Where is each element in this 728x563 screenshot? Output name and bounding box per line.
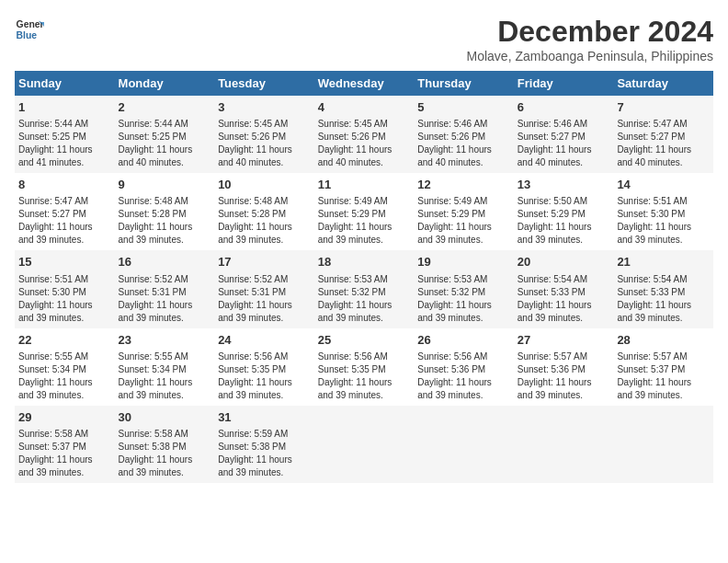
page-subtitle: Molave, Zamboanga Peninsula, Philippines [467,49,714,63]
calendar-day-cell: 4Sunrise: 5:45 AMSunset: 5:26 PMDaylight… [314,96,415,173]
day-info-line: and 39 minutes. [318,312,411,325]
day-info-line: Daylight: 11 hours [18,221,111,234]
day-info-line: and 39 minutes. [18,234,111,247]
day-info-line: Sunset: 5:29 PM [518,208,610,221]
day-info-line: and 40 minutes. [518,156,610,169]
day-info-line: and 39 minutes. [617,312,710,325]
calendar-week-row: 1Sunrise: 5:44 AMSunset: 5:25 PMDaylight… [15,96,713,173]
day-info-line: Sunset: 5:33 PM [617,286,710,299]
day-info-line: Sunset: 5:34 PM [119,363,211,376]
day-info-line: Sunrise: 5:46 AM [417,118,510,131]
day-info-line: Daylight: 11 hours [318,144,411,156]
day-number: 18 [318,254,411,270]
day-info-line: Sunrise: 5:47 AM [18,195,111,208]
calendar-day-cell: 30Sunrise: 5:58 AMSunset: 5:38 PMDayligh… [115,406,215,483]
calendar-day-cell: 29Sunrise: 5:58 AMSunset: 5:37 PMDayligh… [15,406,115,483]
day-info-line: and 39 minutes. [617,234,710,247]
calendar-day-cell: 17Sunrise: 5:52 AMSunset: 5:31 PMDayligh… [214,250,314,327]
day-info-line: Daylight: 11 hours [417,376,510,389]
day-info-line: Sunset: 5:26 PM [417,131,510,144]
calendar-day-cell: 27Sunrise: 5:57 AMSunset: 5:36 PMDayligh… [514,328,614,406]
day-info-line: and 39 minutes. [417,312,510,325]
day-info-line: and 39 minutes. [518,312,610,325]
calendar-day-cell [613,406,713,483]
day-info-line: and 39 minutes. [617,389,710,402]
day-info-line: Sunset: 5:25 PM [119,131,211,144]
day-info-line: and 39 minutes. [218,389,311,402]
day-number: 9 [119,177,211,193]
day-info-line: Sunrise: 5:48 AM [119,195,211,208]
calendar-day-cell: 1Sunrise: 5:44 AMSunset: 5:25 PMDaylight… [15,96,115,173]
calendar-day-cell: 25Sunrise: 5:56 AMSunset: 5:35 PMDayligh… [314,328,415,406]
day-info-line: Sunrise: 5:55 AM [18,350,111,363]
day-info-line: and 39 minutes. [18,389,111,402]
day-info-line: Sunset: 5:38 PM [218,441,311,454]
day-info-line: Daylight: 11 hours [617,299,710,312]
day-info-line: Daylight: 11 hours [218,221,311,234]
page-title: December 2024 [467,15,714,49]
day-info-line: Daylight: 11 hours [119,454,211,466]
weekday-header-cell: Tuesday [214,71,314,96]
day-info-line: Sunrise: 5:57 AM [617,350,710,363]
day-info-line: Daylight: 11 hours [119,376,211,389]
day-info-line: Sunrise: 5:56 AM [318,350,411,363]
weekday-header-cell: Thursday [414,71,514,96]
day-info-line: Daylight: 11 hours [417,221,510,234]
day-info-line: Sunrise: 5:59 AM [218,428,311,441]
day-info-line: Daylight: 11 hours [18,454,111,466]
calendar-day-cell: 14Sunrise: 5:51 AMSunset: 5:30 PMDayligh… [613,173,713,250]
day-info-line: Daylight: 11 hours [18,144,111,156]
header: General Blue December 2024 Molave, Zambo… [15,15,713,63]
day-number: 20 [518,254,610,270]
day-number: 16 [119,254,211,270]
day-info-line: Sunset: 5:28 PM [218,208,311,221]
day-info-line: Sunset: 5:37 PM [18,441,111,454]
day-info-line: Sunset: 5:27 PM [18,208,111,221]
day-info-line: Daylight: 11 hours [417,144,510,156]
day-info-line: Sunset: 5:26 PM [318,131,411,144]
day-number: 14 [617,177,710,193]
day-info-line: and 41 minutes. [18,156,111,169]
day-info-line: and 39 minutes. [417,234,510,247]
calendar-day-cell: 28Sunrise: 5:57 AMSunset: 5:37 PMDayligh… [613,328,713,406]
weekday-header-cell: Sunday [15,71,115,96]
day-number: 2 [119,99,211,116]
day-info-line: Sunrise: 5:46 AM [518,118,610,131]
day-info-line: and 39 minutes. [119,466,211,479]
day-info-line: and 39 minutes. [119,389,211,402]
day-info-line: Sunset: 5:36 PM [417,363,510,376]
day-info-line: Sunset: 5:38 PM [119,441,211,454]
day-info-line: Sunrise: 5:49 AM [318,195,411,208]
calendar-day-cell [414,406,514,483]
calendar-day-cell: 13Sunrise: 5:50 AMSunset: 5:29 PMDayligh… [514,173,614,250]
calendar-week-row: 22Sunrise: 5:55 AMSunset: 5:34 PMDayligh… [15,328,713,406]
day-info-line: Sunrise: 5:58 AM [18,428,111,441]
day-info-line: Sunrise: 5:54 AM [617,273,710,286]
calendar-day-cell: 16Sunrise: 5:52 AMSunset: 5:31 PMDayligh… [115,250,215,327]
day-info-line: Sunset: 5:30 PM [617,208,710,221]
day-info-line: Sunrise: 5:44 AM [119,118,211,131]
day-number: 11 [318,177,411,193]
day-info-line: and 39 minutes. [18,466,111,479]
title-area: December 2024 Molave, Zamboanga Peninsul… [467,15,714,63]
day-info-line: Sunset: 5:29 PM [417,208,510,221]
calendar-day-cell: 22Sunrise: 5:55 AMSunset: 5:34 PMDayligh… [15,328,115,406]
day-info-line: Daylight: 11 hours [218,144,311,156]
calendar-day-cell: 8Sunrise: 5:47 AMSunset: 5:27 PMDaylight… [15,173,115,250]
day-info-line: Sunrise: 5:48 AM [218,195,311,208]
day-number: 31 [218,409,311,426]
calendar-day-cell: 26Sunrise: 5:56 AMSunset: 5:36 PMDayligh… [414,328,514,406]
day-number: 28 [617,332,710,349]
day-info-line: Daylight: 11 hours [218,376,311,389]
day-number: 22 [18,332,111,349]
calendar-day-cell: 20Sunrise: 5:54 AMSunset: 5:33 PMDayligh… [514,250,614,327]
day-info-line: Sunrise: 5:54 AM [518,273,610,286]
day-number: 1 [18,99,111,116]
day-number: 27 [518,332,610,349]
day-info-line: Sunrise: 5:56 AM [218,350,311,363]
calendar-day-cell: 2Sunrise: 5:44 AMSunset: 5:25 PMDaylight… [115,96,215,173]
day-number: 10 [218,177,311,193]
day-number: 5 [417,99,510,116]
day-number: 13 [518,177,610,193]
day-info-line: and 40 minutes. [218,156,311,169]
